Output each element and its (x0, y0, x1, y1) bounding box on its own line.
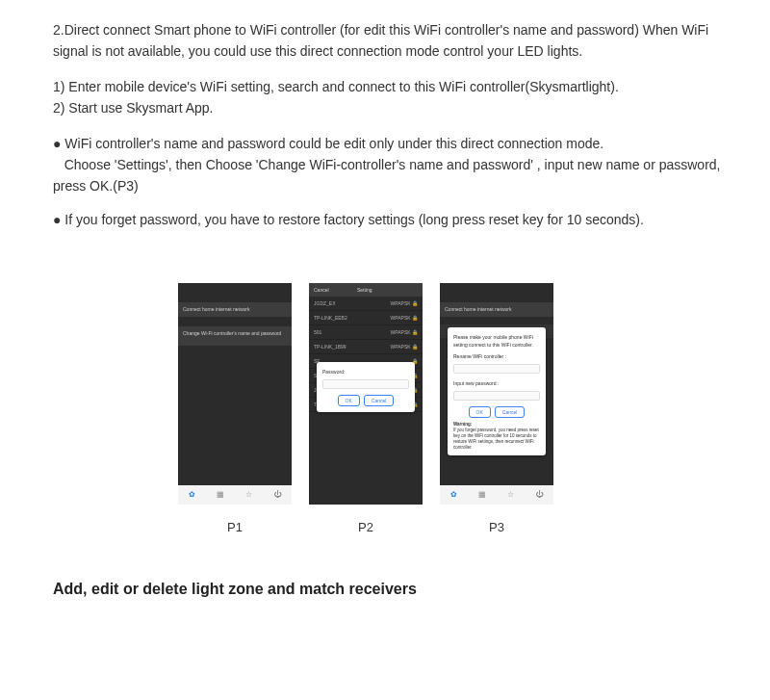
phone-p3: Connect home internet network Please mak… (440, 283, 553, 505)
phone-p2: Cancel Setting JGDZ_EX WPAPSK 🔒 TP-LINK_… (309, 283, 423, 505)
star-icon[interactable]: ☆ (507, 489, 514, 502)
p2-row0-sec: WPAPSK (391, 300, 411, 306)
phone-p1: Connect home internet network Change Wi-… (178, 283, 292, 505)
caption-p2: P2 (309, 518, 423, 538)
p2-row-1[interactable]: TP-LINK_EEB2 WPAPSK 🔒 (309, 311, 423, 325)
gear-icon[interactable]: ✿ (189, 489, 195, 502)
lock-icon: 🔒 (412, 329, 418, 335)
p3-tabbar: ✿ ▦ ☆ ⏻ (440, 485, 553, 505)
intro-paragraph-1: 2.Direct connect Smart phone to WiFi con… (53, 19, 722, 63)
p3-rename-input[interactable] (453, 364, 540, 374)
intro-steps: 1) Enter mobile device's WiFi setting, s… (53, 76, 722, 119)
p3-warn-body: If you forget password, you need press r… (453, 428, 539, 450)
p2-row-0[interactable]: JGDZ_EX WPAPSK 🔒 (309, 297, 423, 311)
p2-row2-name: 501 (314, 328, 321, 336)
p3-newpass-label: Input new password : (453, 379, 540, 387)
p2-cancel-button[interactable]: Cancel (364, 395, 395, 406)
p3-ok-button[interactable]: OK (469, 406, 491, 418)
power-icon[interactable]: ⏻ (535, 489, 543, 502)
bullet-1: ● WiFi controller's name and password co… (53, 133, 722, 197)
p2-row3-sec: WPAPSK (391, 344, 411, 350)
p3-rename-modal: Please make your mobile phone WiFi setti… (448, 327, 546, 455)
section-heading: Add, edit or delete light zone and match… (53, 577, 722, 602)
grid-icon[interactable]: ▦ (478, 489, 486, 502)
p1-menu-connect[interactable]: Connect home internet network (178, 302, 292, 317)
lock-icon: 🔒 (412, 300, 418, 306)
p3-warning: Warning: If you forget password, you nee… (453, 422, 540, 450)
p3-menu-connect[interactable]: Connect home internet network (440, 302, 553, 317)
p2-row3-name: TP-LINK_1B99 (314, 343, 346, 350)
p2-cancel[interactable]: Cancel (314, 286, 329, 294)
bullet-2: ● If you forget password, you have to re… (53, 209, 722, 230)
step-2: 2) Start use Skysmart App. (53, 97, 722, 118)
star-icon[interactable]: ☆ (245, 489, 252, 502)
power-icon[interactable]: ⏻ (273, 489, 281, 502)
p2-password-modal: Password: OK Cancel (317, 362, 415, 412)
p2-row1-name: TP-LINK_EEB2 (314, 314, 347, 322)
p2-row0-name: JGDZ_EX (314, 299, 336, 307)
p2-password-input[interactable] (322, 379, 409, 389)
lock-icon: 🔒 (412, 344, 418, 350)
gear-icon[interactable]: ✿ (450, 489, 457, 502)
bullet-1-line1: ● WiFi controller's name and password co… (53, 133, 722, 154)
p2-modal-label: Password: (322, 368, 409, 376)
p2-row1-sec: WPAPSK (391, 315, 411, 321)
lock-icon: 🔒 (412, 315, 418, 321)
bullet-1-line2: Choose 'Settings', then Choose 'Change W… (53, 154, 722, 197)
p2-row-3[interactable]: TP-LINK_1B99 WPAPSK 🔒 (309, 340, 423, 354)
grid-icon[interactable]: ▦ (217, 489, 224, 502)
p3-warn-head: Warning: (453, 422, 472, 427)
p3-newpass-input[interactable] (453, 391, 540, 401)
p2-title: Setting (357, 286, 372, 294)
p1-tabbar: ✿ ▦ ☆ ⏻ (178, 485, 292, 505)
p3-rename-label: Rename WiFi controller : (453, 352, 540, 360)
captions-row: P1 P2 P3 (178, 518, 722, 538)
p2-row2-sec: WPAPSK (391, 329, 411, 335)
step-1: 1) Enter mobile device's WiFi setting, s… (53, 76, 722, 97)
p2-row-2[interactable]: 501 WPAPSK 🔒 (309, 325, 423, 340)
p3-modal-top-text: Please make your mobile phone WiFi setti… (453, 333, 540, 349)
p1-menu-change[interactable]: Change Wi-Fi controller's name and passw… (178, 326, 292, 347)
p2-ok-button[interactable]: OK (338, 395, 360, 406)
caption-p1: P1 (178, 518, 292, 538)
caption-p3: P3 (440, 518, 553, 538)
p2-header: Cancel Setting (309, 283, 423, 297)
p3-cancel-button[interactable]: Cancel (495, 406, 526, 418)
screenshots-row: Connect home internet network Change Wi-… (178, 283, 722, 505)
